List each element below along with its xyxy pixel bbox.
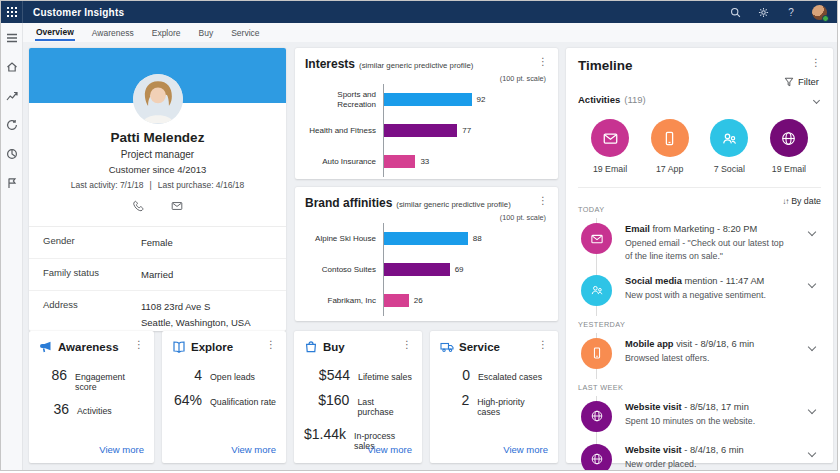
summary-count-label: 7 Social: [714, 164, 745, 174]
bar-row: Sports and Recreation92: [305, 84, 548, 115]
timeline-group-label: TODAY: [578, 201, 610, 218]
brand-subtitle: (similar generic predictive profile): [396, 200, 510, 209]
kebab-menu-icon[interactable]: ⋮: [402, 340, 412, 350]
bar-value-label: 26: [414, 296, 423, 305]
service-card: Service ⋮ 0Escalated cases2High-priority…: [430, 331, 558, 463]
bar-category-label: Contoso Suites: [305, 265, 383, 275]
metric-label: High-priority cases: [477, 397, 548, 417]
timeline-entry[interactable]: Social media mention - 11:47 AMNew post …: [578, 270, 821, 313]
search-icon[interactable]: [728, 5, 742, 19]
view-more-link[interactable]: View more: [231, 444, 276, 455]
activity-chart-icon[interactable]: [5, 89, 18, 102]
activity-summary-item[interactable]: 17 App: [644, 119, 696, 174]
entry-title: Mobile app visit - 8/9/18, 6 min: [625, 339, 805, 349]
settings-gear-icon[interactable]: [756, 5, 770, 19]
awareness-card: Awareness ⋮ 86Engagement score36Activiti…: [29, 331, 154, 463]
card-title: Awareness: [58, 341, 119, 353]
entry-description: New order placed.: [625, 458, 790, 471]
activities-count: (119): [624, 94, 645, 105]
entry-description: Browsed latest offers.: [625, 352, 790, 365]
field-label: Address: [43, 299, 141, 329]
timeline-group-label: LAST WEEK: [578, 379, 629, 396]
view-more-link[interactable]: View more: [367, 444, 412, 455]
tab-bar: Overview Awareness Explore Buy Service: [23, 23, 837, 42]
entry-title: Email from Marketing - 8:20 PM: [625, 224, 805, 234]
metric-value: 86: [39, 367, 67, 383]
megaphone-icon: [39, 340, 53, 354]
chevron-down-icon[interactable]: [808, 448, 816, 456]
entry-title: Social media mention - 11:47 AM: [625, 276, 805, 286]
field-value: Female: [141, 235, 173, 250]
card-title: Explore: [191, 341, 233, 353]
tab-awareness[interactable]: Awareness: [91, 25, 135, 40]
chevron-down-icon[interactable]: [808, 279, 816, 287]
chevron-down-icon[interactable]: [808, 228, 816, 236]
interests-title: Interests: [305, 57, 355, 71]
timeline-entry[interactable]: Website visit - 8/4/18, 6 minNew order p…: [578, 439, 821, 472]
bar-row: Health and Fitness77: [305, 115, 548, 146]
field-label: Gender: [43, 235, 141, 250]
mail-icon[interactable]: [171, 198, 183, 216]
bar: [384, 93, 472, 106]
timeline-entry[interactable]: Website visit - 8/5/18, 17 minSpent 10 m…: [578, 396, 821, 439]
help-icon[interactable]: ?: [784, 5, 798, 19]
chevron-down-icon[interactable]: [808, 405, 816, 413]
kebab-menu-icon[interactable]: ⋮: [811, 58, 821, 68]
account-avatar[interactable]: [812, 5, 827, 20]
kebab-menu-icon[interactable]: ⋮: [266, 340, 276, 350]
field-label: Family status: [43, 267, 141, 282]
waffle-icon[interactable]: [1, 1, 23, 23]
view-more-link[interactable]: View more: [99, 444, 144, 455]
metric-row: $160Last purchase: [304, 392, 412, 417]
view-more-link[interactable]: View more: [503, 444, 548, 455]
interests-bars: Sports and Recreation92Health and Fitnes…: [305, 84, 548, 177]
menu-icon[interactable]: [5, 31, 18, 44]
field-value: Married: [141, 267, 173, 282]
activity-summary-item[interactable]: 7 Social: [703, 119, 755, 174]
entry-title: Website visit - 8/5/18, 17 min: [625, 402, 805, 412]
timeline-entry[interactable]: Email from Marketing - 8:20 PMOpened ema…: [578, 218, 821, 270]
presence-dot: [822, 15, 829, 22]
last-purchase: Last purchase: 4/16/18: [158, 180, 244, 190]
interests-subtitle: (similar generic predictive profile): [359, 61, 473, 70]
kebab-menu-icon[interactable]: ⋮: [134, 340, 144, 350]
metric-label: Engagement score: [75, 372, 144, 392]
tab-service[interactable]: Service: [230, 25, 260, 40]
metric-row: $544Lifetime sales: [304, 367, 412, 383]
tab-explore[interactable]: Explore: [151, 25, 182, 40]
metric-row: 64%Qualification rate: [172, 392, 276, 408]
filter-button[interactable]: Filter: [784, 76, 819, 87]
tab-overview[interactable]: Overview: [35, 24, 75, 41]
bar-value-label: 69: [455, 265, 464, 274]
bar: [384, 155, 415, 168]
kebab-menu-icon[interactable]: ⋮: [538, 340, 548, 350]
bar-category-label: Health and Fitness: [305, 126, 383, 136]
predictions-flag-icon[interactable]: [5, 176, 18, 189]
tab-buy[interactable]: Buy: [198, 25, 215, 40]
timeline-entry[interactable]: Mobile app visit - 8/9/18, 6 minBrowsed …: [578, 333, 821, 376]
metric-value: $544: [304, 367, 350, 383]
metric-label: Lifetime sales: [358, 372, 412, 382]
bar-value-label: 88: [473, 234, 482, 243]
field-value: 1108 23rd Ave SSeattle, Washington, USA: [141, 299, 250, 329]
home-icon[interactable]: [5, 60, 18, 73]
entry-text: Email from Marketing - 8:20 PMOpened ema…: [625, 223, 805, 263]
activity-summary-item[interactable]: 19 Email: [763, 119, 815, 174]
metric-row: 4Open leads: [172, 367, 276, 383]
segments-refresh-icon[interactable]: [5, 118, 18, 131]
bar: [384, 263, 450, 276]
kebab-menu-icon[interactable]: ⋮: [538, 57, 548, 67]
profile-card: Patti Melendez Project manager Customer …: [29, 48, 286, 331]
metric-value: $160: [304, 392, 349, 408]
phone-icon[interactable]: [133, 198, 145, 216]
chevron-down-icon[interactable]: [808, 342, 816, 350]
scale-note: (100 pt. scale): [305, 213, 546, 222]
metric-label: Qualification rate: [210, 397, 276, 407]
metric-label: Escalated cases: [478, 372, 542, 382]
activity-summary-item[interactable]: 19 Email: [584, 119, 636, 174]
explore-card: Explore ⋮ 4Open leads64%Qualification ra…: [162, 331, 286, 463]
measures-pie-icon[interactable]: [5, 147, 18, 160]
kebab-menu-icon[interactable]: ⋮: [538, 196, 548, 206]
chevron-down-icon[interactable]: [813, 97, 820, 104]
metric-row: 0Escalated cases: [440, 367, 548, 383]
